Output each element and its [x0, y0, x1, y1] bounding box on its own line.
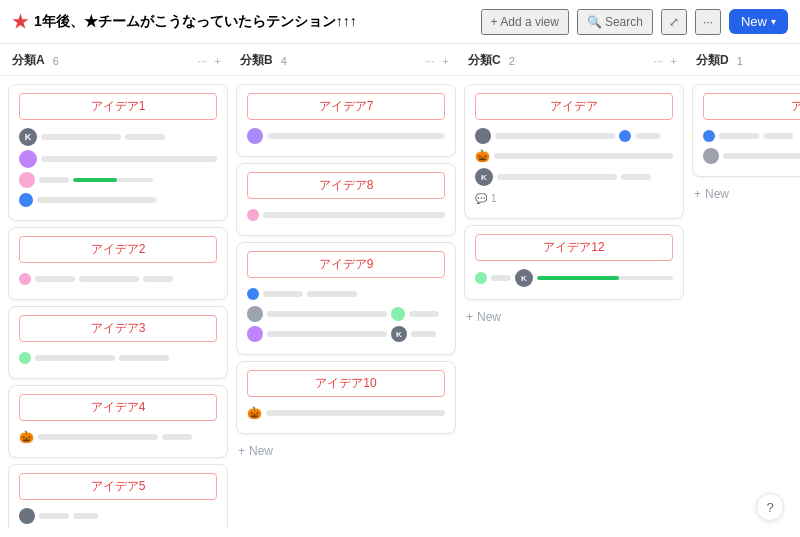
card-1-title: アイデア1 [19, 93, 217, 120]
col-c-add[interactable]: + [668, 53, 680, 69]
line [35, 355, 115, 361]
col-c-label: 分類C [468, 52, 501, 69]
more-button[interactable]: ··· [695, 9, 721, 35]
line [491, 275, 511, 281]
col-c-more[interactable]: ··· [650, 53, 665, 69]
search-icon: 🔍 [587, 15, 602, 29]
card-idea[interactable]: アイデア 🎃 K 💬 1 [464, 84, 684, 219]
new-label-c: New [477, 310, 501, 324]
card-10[interactable]: アイデア10 🎃 [236, 361, 456, 434]
line2 [635, 133, 660, 139]
line2 [79, 276, 139, 282]
new-label-b: New [249, 444, 273, 458]
line5 [267, 331, 387, 337]
col-b-add-new[interactable]: + New [236, 440, 456, 462]
line [266, 410, 445, 416]
header-actions: + Add a view 🔍 Search ⤢ ··· New ▾ [481, 9, 788, 35]
expand-button[interactable]: ⤢ [661, 9, 687, 35]
board-column-b: アイデア7 アイデア8 アイデア9 [236, 84, 456, 529]
card-1[interactable]: アイデア1 K [8, 84, 228, 221]
avatar-9b [247, 326, 263, 342]
line [38, 434, 158, 440]
card-3-row [19, 350, 217, 366]
card-idea-row-4: 💬 1 [475, 190, 673, 206]
card-12-title: アイデア12 [475, 234, 673, 261]
green-dot-12 [475, 272, 487, 284]
green-progress [391, 307, 405, 321]
board-column-c: アイデア 🎃 K 💬 1 [464, 84, 684, 529]
app-header: ★ 1年後、★チームがこうなっていたらテンション↑↑↑ + Add a view… [0, 0, 800, 44]
line4 [409, 311, 439, 317]
avatar-5 [19, 508, 35, 524]
card-2[interactable]: アイデア2 [8, 227, 228, 300]
card-2-title: アイデア2 [19, 236, 217, 263]
line2 [125, 134, 165, 140]
card-9[interactable]: アイデア9 K [236, 242, 456, 355]
title-text: 1年後、★チームがこうなっていたらテンション↑↑↑ [34, 13, 357, 31]
card-1-row-1: K [19, 128, 217, 146]
col-header-b: 分類B 4 ··· + [236, 50, 456, 71]
line5 [621, 174, 651, 180]
avatar-blue [19, 193, 33, 207]
card-8-title: アイデア8 [247, 172, 445, 199]
page-title: ★ 1年後、★チームがこうなっていたらテンション↑↑↑ [12, 11, 473, 33]
progress-bar [73, 178, 153, 182]
card-idea-row-1 [475, 128, 673, 144]
columns-header: 分類A 6 ··· + 分類B 4 ··· + 分類C 2 ··· + 分類D [0, 44, 800, 76]
card-idea-row-2: 🎃 [475, 148, 673, 164]
line5 [37, 197, 157, 203]
line [39, 513, 69, 519]
card-d1-row-1 [703, 128, 800, 144]
col-a-add[interactable]: + [212, 53, 224, 69]
line2 [162, 434, 192, 440]
comment-icon: 💬 [475, 193, 487, 204]
card-1-row-3 [19, 172, 217, 188]
card-10-title: アイデア10 [247, 370, 445, 397]
progress-12 [537, 276, 673, 280]
line2 [763, 133, 793, 139]
add-view-button[interactable]: + Add a view [481, 9, 569, 35]
card-d1[interactable]: ア... [692, 84, 800, 177]
new-button[interactable]: New ▾ [729, 9, 788, 34]
card-7-title: アイデア7 [247, 93, 445, 120]
col-b-more[interactable]: ··· [422, 53, 437, 69]
col-a-more[interactable]: ··· [194, 53, 209, 69]
card-9-row-2 [247, 306, 445, 322]
card-3[interactable]: アイデア3 [8, 306, 228, 379]
line3 [723, 153, 800, 159]
card-8[interactable]: アイデア8 [236, 163, 456, 236]
card-9-title: アイデア9 [247, 251, 445, 278]
col-a-actions: ··· + [194, 53, 224, 69]
avatar-person [19, 150, 37, 168]
card-7[interactable]: アイデア7 [236, 84, 456, 157]
col-a-label: 分類A [12, 52, 45, 69]
line3 [41, 156, 217, 162]
line4 [39, 177, 69, 183]
line2 [73, 513, 98, 519]
card-d1-row-2 [703, 148, 800, 164]
card-idea-row-3: K [475, 168, 673, 186]
col-header-d: 分類D 1 ··· + [692, 50, 800, 71]
card-12[interactable]: アイデア12 K [464, 225, 684, 300]
help-button[interactable]: ? [756, 493, 784, 521]
card-5[interactable]: アイデア5 [8, 464, 228, 529]
plus-icon-d: + [694, 187, 701, 201]
pumpkin-emoji: 🎃 [19, 430, 34, 444]
col-d-add-new[interactable]: + New [692, 183, 800, 205]
comment-count: 1 [491, 193, 497, 204]
search-button[interactable]: 🔍 Search [577, 9, 653, 35]
green-dot [19, 352, 31, 364]
col-c-actions: ··· + [650, 53, 680, 69]
new-label-d: New [705, 187, 729, 201]
card-1-row-2 [19, 150, 217, 168]
col-c-add-new[interactable]: + New [464, 306, 684, 328]
card-5-row [19, 508, 217, 524]
card-4[interactable]: アイデア4 🎃 [8, 385, 228, 458]
pumpkin-emoji-10: 🎃 [247, 406, 262, 420]
card-9-row-3: K [247, 326, 445, 342]
line3 [494, 153, 673, 159]
board-columns: アイデア1 K [0, 76, 800, 537]
card-10-row: 🎃 [247, 405, 445, 421]
card-2-row [19, 271, 217, 287]
col-b-add[interactable]: + [440, 53, 452, 69]
